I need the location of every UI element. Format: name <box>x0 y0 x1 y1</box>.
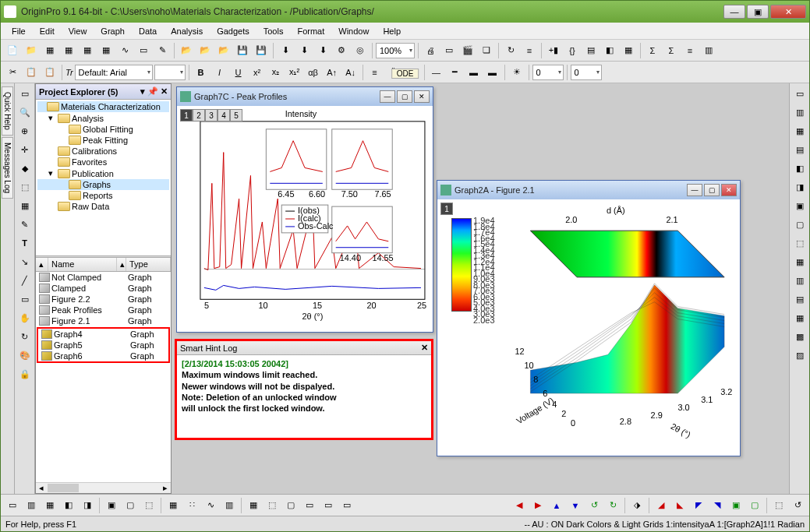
pe-scrollbar[interactable]: ◂ ▸ <box>36 482 171 493</box>
labtalk-icon[interactable]: ▤ <box>582 42 600 59</box>
layer-tab[interactable]: 5 <box>230 109 242 122</box>
spark-icon[interactable]: ☀ <box>508 64 525 81</box>
rt-icon[interactable]: ▦ <box>791 253 808 270</box>
sort-icon[interactable]: ▴ <box>36 258 48 271</box>
bt-icon[interactable]: ∿ <box>202 497 219 514</box>
greek-icon[interactable]: αβ <box>305 64 322 81</box>
rt-icon[interactable]: ▥ <box>791 272 808 289</box>
persp-icon[interactable]: ▢ <box>746 497 763 514</box>
import-multi-icon[interactable]: ⬇ <box>314 42 331 59</box>
rt-icon[interactable]: ⬚ <box>791 234 808 252</box>
new-notes-icon[interactable]: ✎ <box>154 42 171 59</box>
list-item[interactable]: Not ClampedGraph <box>36 272 171 283</box>
bt-icon[interactable]: ▭ <box>338 497 355 514</box>
quickhelp-tab[interactable]: Quick Help <box>2 86 13 136</box>
line-icon[interactable]: — <box>428 64 445 81</box>
lock-icon[interactable]: 🔒 <box>16 365 34 382</box>
minimize-button[interactable]: — <box>380 90 395 103</box>
bt-icon[interactable]: ▭ <box>320 497 337 514</box>
rot-icon[interactable]: ▲ <box>548 497 565 514</box>
menu-window[interactable]: Window <box>332 25 375 37</box>
persp-icon[interactable]: ◤ <box>690 497 707 514</box>
fontsize-combo[interactable] <box>154 65 186 80</box>
close-button[interactable]: ✕ <box>414 90 430 103</box>
copy-icon[interactable]: 📋 <box>23 64 40 81</box>
pointer-icon[interactable]: ▭ <box>16 85 34 102</box>
layer-tab[interactable]: 1 <box>440 203 453 215</box>
stats4-icon[interactable]: ▥ <box>700 42 717 59</box>
recalc-icon[interactable]: ≡ <box>521 42 538 59</box>
list-item[interactable]: Figure 2.1Graph <box>36 315 171 326</box>
screen-reader-icon[interactable]: ✛ <box>16 141 34 158</box>
roi-icon[interactable]: ⬚ <box>16 178 34 196</box>
video-icon[interactable]: 🎬 <box>459 42 476 59</box>
list-item[interactable]: Graph6Graph <box>38 351 168 361</box>
rot-icon[interactable]: ↺ <box>585 497 603 514</box>
maximize-button[interactable]: ▢ <box>704 184 720 196</box>
persp-icon[interactable]: ◥ <box>709 497 726 514</box>
list-item[interactable]: Figure 2.2Graph <box>36 294 171 305</box>
reader-icon[interactable]: ⊕ <box>16 122 34 139</box>
list-item[interactable]: Peak ProfilesGraph <box>36 305 171 315</box>
messageslog-tab[interactable]: Messages Log <box>2 137 13 199</box>
batch-process-icon[interactable]: ⚙ <box>333 42 350 59</box>
bt-icon[interactable]: ▥ <box>23 497 40 514</box>
rt-icon[interactable]: ▨ <box>791 347 808 364</box>
menu-tools[interactable]: Tools <box>257 25 290 37</box>
zoomin-icon[interactable]: 🔍 <box>16 104 34 121</box>
text-icon[interactable]: T <box>16 234 34 252</box>
menu-file[interactable]: File <box>5 25 32 37</box>
persp-icon[interactable]: ▣ <box>727 497 745 514</box>
bt-icon[interactable]: ▢ <box>282 497 299 514</box>
stats2-icon[interactable]: Σ <box>663 42 680 59</box>
transfer-icon[interactable]: ▦ <box>620 42 637 59</box>
list-item[interactable]: Graph5Graph <box>38 340 168 351</box>
close-button[interactable]: ✕ <box>721 184 737 196</box>
bt-icon[interactable]: ⬚ <box>140 497 157 514</box>
tree-item[interactable]: Calibrations <box>37 146 169 157</box>
rotate-icon[interactable]: ↻ <box>16 328 34 345</box>
menu-data[interactable]: Data <box>133 25 163 37</box>
layer-tab[interactable]: 4 <box>218 109 230 122</box>
rt-icon[interactable]: ▣ <box>791 197 808 214</box>
rot-icon[interactable]: ▼ <box>567 497 584 514</box>
new-folder-icon[interactable]: 📁 <box>23 42 40 59</box>
hint-titlebar[interactable]: Smart Hint Log ✕ <box>177 341 431 355</box>
fontdec-icon[interactable]: A↓ <box>342 64 359 81</box>
close-icon[interactable]: ✕ <box>421 343 428 353</box>
bt-icon[interactable]: ▭ <box>301 497 318 514</box>
data-sel-icon[interactable]: ◆ <box>16 160 34 177</box>
bt-icon[interactable]: ◨ <box>79 497 96 514</box>
graph7c-titlebar[interactable]: Graph7C - Peak Profiles — ▢ ✕ <box>177 87 433 106</box>
layer-tab[interactable]: 2 <box>193 109 205 122</box>
tree-item[interactable]: Materials Characterization <box>37 101 169 112</box>
tree-item[interactable]: Raw Data <box>37 201 169 212</box>
digitize-icon[interactable]: ◎ <box>352 42 369 59</box>
import-wizard-icon[interactable]: ⬇ <box>277 42 294 59</box>
graph7c-window[interactable]: Graph7C - Peak Profiles — ▢ ✕ 12345 Inte… <box>176 86 433 333</box>
persp-icon[interactable]: ◢ <box>653 497 670 514</box>
graph2a-window[interactable]: Graph2A - Figure 2.1 — ▢ ✕ 1 1.9e41.8e41… <box>437 180 741 456</box>
col-name[interactable]: Name <box>48 258 117 271</box>
rt-icon[interactable]: ▭ <box>791 85 808 102</box>
colorpick-icon[interactable]: 🎨 <box>16 347 34 364</box>
rt-icon[interactable]: ▦ <box>791 309 808 326</box>
font-combo[interactable]: Default: Arial <box>75 65 153 80</box>
new-func-icon[interactable]: ∿ <box>116 42 133 59</box>
bt-icon[interactable]: ◧ <box>60 497 77 514</box>
new-graph-icon[interactable]: ▦ <box>79 42 96 59</box>
bt-icon[interactable]: ▣ <box>103 497 120 514</box>
rot-icon[interactable]: ▶ <box>529 497 546 514</box>
reset-icon[interactable]: ↺ <box>789 497 806 514</box>
menu-format[interactable]: Format <box>291 25 331 37</box>
supsub-icon[interactable]: x₁² <box>286 64 303 81</box>
tree-item[interactable]: Reports <box>37 190 169 201</box>
tree-item[interactable]: ▾Publication <box>37 167 169 179</box>
rect-icon[interactable]: ▭ <box>16 291 34 308</box>
new-workbook-icon[interactable]: ▦ <box>41 42 58 59</box>
menu-help[interactable]: Help <box>377 25 407 37</box>
line-tool-icon[interactable]: ╱ <box>16 272 34 289</box>
rt-icon[interactable]: ▥ <box>791 104 808 121</box>
new-excel-icon[interactable]: ▦ <box>60 42 77 59</box>
rt-icon[interactable]: ◧ <box>791 160 808 177</box>
